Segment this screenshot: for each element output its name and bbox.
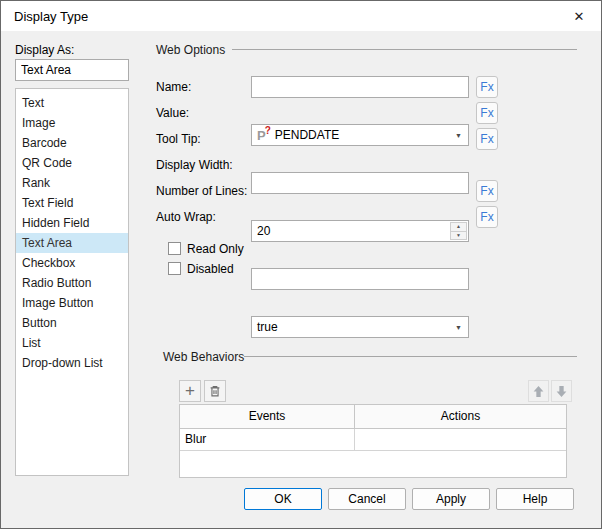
type-list-item[interactable]: Barcode [16,133,128,153]
move-up-button[interactable] [528,380,549,402]
arrow-up-icon [532,385,545,398]
behaviors-table-header: Events Actions [180,405,566,429]
name-formula-button[interactable]: Fx [476,76,498,98]
display-as-label: Display As: [15,43,74,57]
add-behavior-button[interactable]: + [179,380,201,402]
type-list-item[interactable]: Checkbox [16,253,128,273]
close-button[interactable]: ✕ [557,1,601,31]
arrow-down-icon [555,385,568,398]
dialog-body: Display As: Text Image Barcode QR Code R… [1,31,601,528]
apply-button[interactable]: Apply [412,488,490,510]
value-label: Value: [156,106,189,120]
move-down-button[interactable] [551,380,572,402]
close-icon: ✕ [574,9,585,24]
event-cell[interactable]: Blur [180,429,355,450]
chevron-down-icon: ▼ [455,324,462,331]
delete-behavior-button[interactable] [204,380,226,402]
auto-wrap-combobox-value: true [257,320,278,334]
type-list-item[interactable]: List [16,333,128,353]
name-field [251,76,469,98]
display-width-field: ▲ ▼ [251,220,469,242]
web-options-divider [232,49,577,50]
spin-up-icon: ▲ [456,224,461,229]
value-formula-button[interactable]: Fx [476,102,498,124]
number-of-lines-input[interactable] [252,269,468,289]
type-list-item[interactable]: Rank [16,173,128,193]
tool-tip-field [251,172,469,194]
display-width-label: Display Width: [156,158,233,172]
behaviors-table: Events Actions Blur [179,404,567,478]
web-behaviors-title: Web Behaviors [163,350,244,364]
dialog-title: Display Type [14,9,88,24]
actions-column-header: Actions [355,405,566,428]
auto-wrap-combobox[interactable]: true ▼ [251,316,469,338]
display-width-input[interactable] [252,221,468,241]
type-list-item-selected[interactable]: Text Area [16,233,128,253]
type-list-item[interactable]: Hidden Field [16,213,128,233]
web-behaviors-divider [244,356,577,357]
read-only-label: Read Only [187,242,244,256]
ok-button[interactable]: OK [244,488,322,510]
action-cell[interactable] [355,429,566,450]
help-button[interactable]: Help [496,488,574,510]
spin-down-button[interactable]: ▼ [450,232,467,241]
value-combobox-value: PENDDATE [275,128,339,142]
display-type-dialog: Display Type ✕ Display As: Text Image Ba… [0,0,602,529]
type-list-item[interactable]: Button [16,313,128,333]
type-list-item[interactable]: Image Button [16,293,128,313]
disabled-checkbox[interactable] [168,262,181,275]
type-list-item[interactable]: Text Field [16,193,128,213]
number-of-lines-formula-button[interactable]: Fx [476,180,498,202]
web-options-title: Web Options [156,43,225,57]
value-combobox[interactable]: P? PENDDATE ▼ [251,124,469,146]
number-of-lines-field [251,268,469,290]
name-input[interactable] [252,77,468,97]
type-list-item[interactable]: Radio Button [16,273,128,293]
read-only-checkbox[interactable] [168,242,181,255]
table-row[interactable]: Blur [180,429,566,451]
tool-tip-input[interactable] [252,173,468,193]
titlebar: Display Type ✕ [1,1,601,31]
type-list-item[interactable]: Text [16,93,128,113]
display-type-list: Text Image Barcode QR Code Rank Text Fie… [15,88,129,476]
display-width-stepper: ▲ ▼ [450,222,467,240]
display-as-field[interactable] [15,59,129,81]
spin-up-button[interactable]: ▲ [450,222,467,232]
auto-wrap-formula-button[interactable]: Fx [476,206,498,228]
parameter-icon: P? [257,129,271,142]
number-of-lines-label: Number of Lines: [156,184,247,198]
trash-icon [208,384,222,398]
name-label: Name: [156,80,191,94]
cancel-button[interactable]: Cancel [328,488,406,510]
type-list-item[interactable]: Image [16,113,128,133]
plus-icon: + [185,382,195,399]
behaviors-table-empty-area [180,451,566,477]
display-as-input[interactable] [16,60,128,80]
events-column-header: Events [180,405,355,428]
chevron-down-icon: ▼ [455,132,462,139]
auto-wrap-label: Auto Wrap: [156,210,216,224]
disabled-label: Disabled [187,262,234,276]
tool-tip-formula-button[interactable]: Fx [476,128,498,150]
spin-down-icon: ▼ [456,233,461,238]
type-list-item[interactable]: QR Code [16,153,128,173]
type-list-item[interactable]: Drop-down List [16,353,128,373]
tool-tip-label: Tool Tip: [156,132,201,146]
